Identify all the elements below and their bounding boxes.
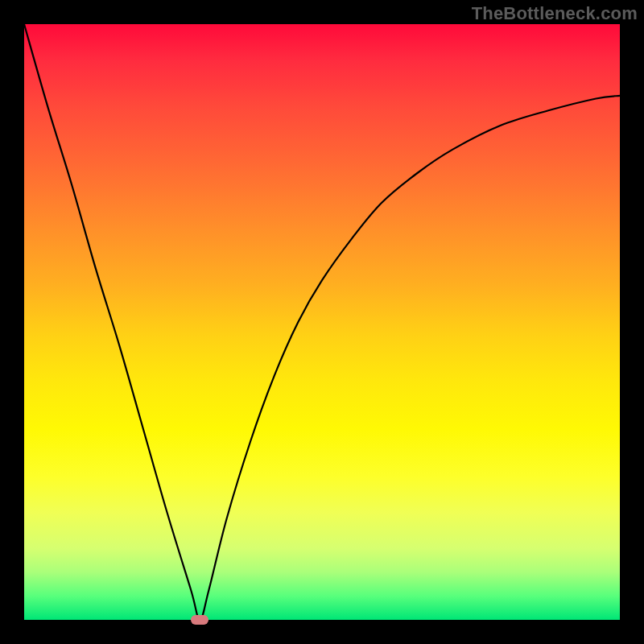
plot-area: [24, 24, 620, 620]
bottleneck-curve: [24, 24, 620, 620]
watermark-text: TheBottleneck.com: [472, 3, 638, 24]
min-marker: [191, 615, 208, 625]
chart-frame: TheBottleneck.com: [0, 0, 644, 644]
curve-svg: [24, 24, 620, 620]
